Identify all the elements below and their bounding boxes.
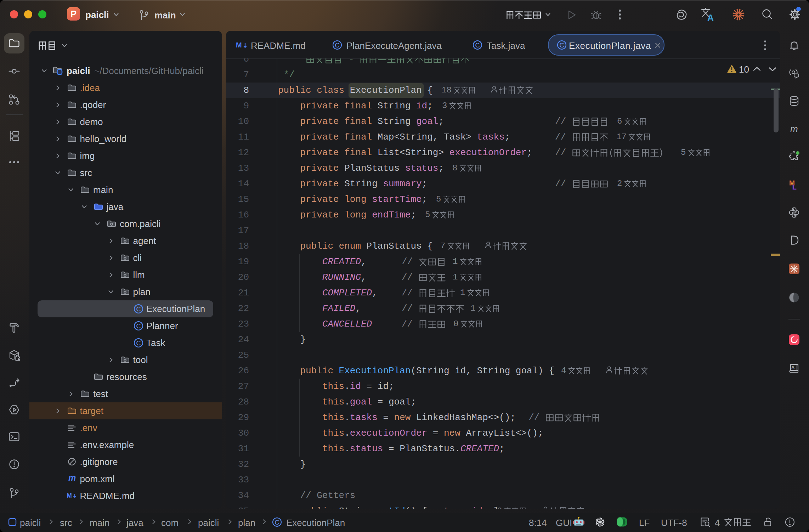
svg-text:M: M [236,41,242,49]
svg-text:A: A [707,13,714,22]
svg-text:C: C [475,42,480,49]
svg-text:C: C [335,42,340,49]
svg-text:M: M [67,492,72,499]
svg-text:A: A [791,365,795,370]
svg-text:m: m [68,474,76,482]
svg-text:C: C [275,519,279,526]
svg-text:C: C [136,306,141,313]
svg-text:m: m [790,124,798,134]
svg-text:C: C [136,323,141,330]
svg-text:C: C [560,42,564,49]
svg-text:L: L [792,183,797,191]
svg-text:C: C [136,340,141,347]
